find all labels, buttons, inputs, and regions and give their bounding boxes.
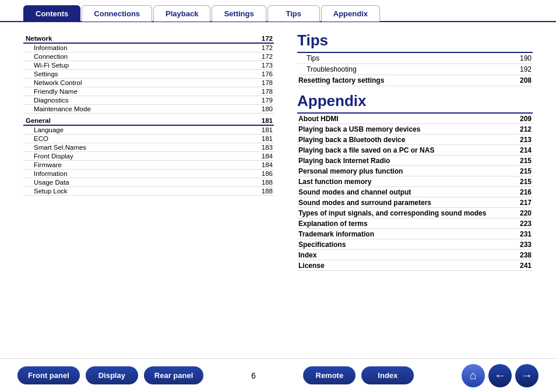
table-row: Friendly Name 178 <box>23 87 274 96</box>
table-row: ECO 181 <box>23 135 274 143</box>
table-row: Firmware 184 <box>23 161 274 169</box>
icon-buttons: ⌂ ← → <box>462 364 539 387</box>
left-column: Network 172 Information 172 Connection 1… <box>23 31 291 341</box>
tab-tips[interactable]: Tips <box>268 5 320 22</box>
table-row: Connection 172 <box>23 52 274 61</box>
table-row: Playing back a USB memory devices 212 <box>297 124 533 135</box>
general-num: 181 <box>251 114 274 126</box>
tab-settings[interactable]: Settings <box>212 5 266 22</box>
resetting-factory-row: Resetting factory settings 208 <box>297 75 533 86</box>
table-row: About HDMI 209 <box>297 113 533 124</box>
appendix-table: About HDMI 209 Playing back a USB memory… <box>297 112 533 271</box>
remote-button[interactable]: Remote <box>303 366 356 384</box>
bottom-nav: Front panel Display Rear panel 6 Remote … <box>0 358 556 392</box>
table-row: Playing back a file saved on a PC or NAS… <box>297 145 533 156</box>
table-row: License 241 <box>297 260 533 271</box>
back-button[interactable]: ← <box>488 364 512 387</box>
table-row: Personal memory plus function 215 <box>297 166 533 176</box>
table-row: Tips 190 <box>297 52 533 64</box>
right-column: Tips Tips 190 Troubleshooting 192 Resett… <box>291 31 533 341</box>
table-row: Settings 176 <box>23 70 274 79</box>
table-row: Network Control 178 <box>23 79 274 87</box>
table-row: Sound modes and surround parameters 217 <box>297 197 533 208</box>
home-button[interactable]: ⌂ <box>462 364 485 387</box>
table-row: Specifications 233 <box>297 239 533 250</box>
network-num: 172 <box>251 31 274 43</box>
table-row: Playing back Internet Radio 215 <box>297 156 533 166</box>
appendix-heading: Appendix <box>297 92 533 110</box>
tips-heading: Tips <box>297 31 533 50</box>
tab-contents[interactable]: Contents <box>23 5 80 22</box>
network-label: Network <box>23 31 251 43</box>
table-row: Types of input signals, and correspondin… <box>297 208 533 218</box>
front-panel-button[interactable]: Front panel <box>17 366 80 384</box>
table-row: Front Display 184 <box>23 152 274 161</box>
table-row: Information 186 <box>23 169 274 178</box>
toc-table-network: Network 172 Information 172 Connection 1… <box>23 31 274 196</box>
table-row: Information 172 <box>23 43 274 52</box>
table-row: Setup Lock 188 <box>23 187 274 196</box>
main-content: Network 172 Information 172 Connection 1… <box>0 22 556 347</box>
general-label: General <box>23 114 251 126</box>
table-row: Explanation of terms 223 <box>297 218 533 229</box>
general-header-row: General 181 <box>23 114 274 126</box>
table-row: Sound modes and channel output 216 <box>297 187 533 197</box>
table-row: Last function memory 215 <box>297 176 533 187</box>
table-row: Playing back a Bluetooth device 213 <box>297 135 533 145</box>
table-row: Diagnostics 179 <box>23 96 274 105</box>
table-row: Usage Data 188 <box>23 178 274 187</box>
tab-appendix[interactable]: Appendix <box>321 5 380 22</box>
table-row: Index 238 <box>297 250 533 260</box>
table-row: Language 181 <box>23 125 274 135</box>
table-row: Smart Sel.Names 183 <box>23 143 274 152</box>
table-row: Troubleshooting 192 <box>297 64 533 75</box>
table-row: Trademark information 231 <box>297 229 533 239</box>
tab-playback[interactable]: Playback <box>153 5 210 22</box>
display-button[interactable]: Display <box>86 366 138 384</box>
network-header-row: Network 172 <box>23 31 274 43</box>
table-row: Wi-Fi Setup 173 <box>23 61 274 70</box>
forward-button[interactable]: → <box>515 364 539 387</box>
tips-table: Tips 190 Troubleshooting 192 Resetting f… <box>297 52 533 86</box>
rear-panel-button[interactable]: Rear panel <box>144 366 203 384</box>
nav-tabs: Contents Connections Playback Settings T… <box>0 0 556 22</box>
page-number: 6 <box>251 371 256 380</box>
table-row: Maintenance Mode 180 <box>23 105 274 114</box>
tab-connections[interactable]: Connections <box>82 5 152 22</box>
index-button[interactable]: Index <box>361 366 414 384</box>
